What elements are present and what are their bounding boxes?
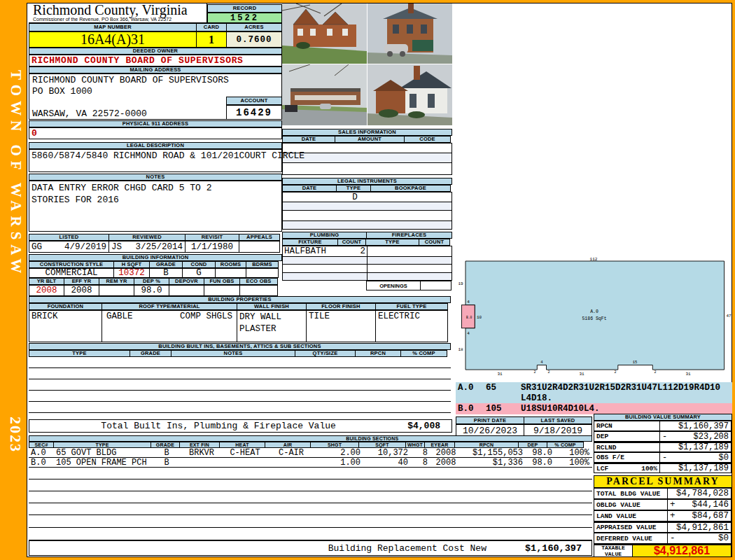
building-information-title: BUILDING INFORMATION [29, 254, 282, 261]
sections-empty-row [29, 503, 592, 515]
property-photo-1 [282, 4, 367, 64]
builtins-qty-header: QTY/SIZE [295, 350, 356, 357]
year-banner: 2023 [4, 416, 24, 500]
psummary-sign: + [670, 511, 676, 521]
review-header-row: LISTED REVIEWED REVISIT APPEALS [29, 234, 280, 241]
cond-value: G [182, 268, 216, 278]
vector-a-text-2: L4D18. [521, 393, 552, 403]
fixture-header: FIXTURE [282, 239, 338, 246]
funobs-header: FUN OBS [204, 278, 240, 285]
vsummary-row-dep: DEP -$23,208 [594, 431, 732, 442]
cell-dep: 98.0 [526, 458, 555, 467]
floor-finish-header: FLOOR FINISH [306, 303, 376, 310]
psummary-label: TOTAL BLDG VALUE [596, 490, 660, 498]
sales-code-header: CODE [404, 136, 451, 143]
instrument-empty-row [283, 221, 451, 229]
construction-style-header: CONSTRUCTION STYLE [29, 261, 114, 268]
building-value-summary-title: BUILDING VALUE SUMMARY [594, 414, 732, 421]
fuel-type-value: ELECTRIC [375, 310, 448, 342]
psummary-value: $0 [718, 533, 729, 543]
cell-sec: B.0 [29, 458, 54, 467]
cell-dep: 98.0 [526, 448, 555, 457]
sections-empty-row [29, 468, 592, 479]
foundation-value: BRICK [29, 310, 102, 342]
town-of-warsaw-banner: TOWN OF WARSAW [4, 70, 24, 406]
section-row-a: A.0 65 GOVT BLDG B BRKVR C-HEAT C-AIR 2.… [29, 448, 592, 458]
sales-date-header: DATE [282, 136, 335, 143]
cell-rpcn: $1,336 [461, 458, 526, 467]
builtins-empty-row [29, 402, 451, 413]
acres-value: 0.7600 [226, 31, 282, 48]
instrument-empty-row [283, 202, 451, 211]
built-ins-title: BUILDING BUILT INS, BASEMENTS, ATTICS & … [29, 343, 451, 350]
vsummary-sign: - [662, 453, 667, 463]
card-header: CARD [196, 23, 227, 31]
vsummary-sign: - [662, 432, 667, 442]
sketch-bottom-dim: 31 [497, 372, 503, 377]
sales-header-row: DATE AMOUNT CODE [282, 136, 451, 143]
account-header: ACCOUNT [226, 97, 282, 105]
psummary-row-deferred: DEFERRED VALUE -$0 [594, 533, 732, 544]
psummary-value: $84,687 [692, 511, 729, 521]
building-info-value-row-1: COMMERCIAL 10372 B G [29, 268, 279, 278]
vsummary-label: LCF [596, 465, 608, 472]
sketch-bottom-dim: 2 [533, 370, 536, 374]
builtins-empty-row [29, 391, 451, 402]
replacement-cost-label: Building Replacement Cost New [328, 543, 486, 554]
openings-label: OPENINGS [366, 281, 421, 290]
psummary-row-obldg: OBLDG VALUE +$44,146 [594, 499, 732, 510]
replacement-cost-row: Building Replacement Cost New $1,160,397 [29, 540, 592, 556]
built-ins-header-row: TYPE GRADE NOTES QTY/SIZE RPCN % COMP [29, 350, 447, 357]
cell-air: C-AIR [268, 448, 314, 457]
sketch-area-label: A.0 [590, 309, 598, 314]
vsummary-row-rclnd: RCLND $1,137,189 [594, 442, 732, 452]
instruments-rows-box: D [282, 192, 452, 230]
vsummary-value: $1,160,397 [678, 421, 729, 431]
sketch-dim-right: 47 [727, 314, 732, 318]
notes-header: NOTES [29, 174, 282, 181]
property-record-card: TOWN OF WARSAW 2023 Richmond County, Vir… [0, 0, 735, 560]
vector-a-code: 65 [486, 383, 521, 393]
sales-empty-row [283, 144, 451, 153]
instrument-type-value: D [337, 192, 372, 202]
effyr-value: 2008 [64, 285, 99, 296]
sketch-porch-bottom-dim: 4 [467, 331, 470, 336]
remyr-value [99, 285, 134, 296]
cell-type: 105 OPEN FRAME PCH [54, 458, 152, 467]
vector-a-sec: A.0 [456, 383, 486, 393]
total-builtins-label: Total Built Ins, Plumbing & Fireplace Va… [101, 421, 335, 431]
revisit-header: REVISIT [185, 234, 239, 241]
reviewed-header: REVIEWED [108, 234, 186, 241]
wall-finish-value-1: DRY WALL [239, 312, 281, 323]
card-content: Richmond County, Virginia Commissioner o… [27, 3, 732, 557]
physical-911-value: 0 [29, 127, 282, 139]
depovr-header: DEPOVR [169, 278, 204, 285]
roof-header: ROOF TYPE/MATERIAL [102, 303, 237, 310]
plumbing-fireplaces-header-row: FIXTURE COUNT TYPE COUNT [282, 239, 450, 246]
fixture-count-value: 2 [350, 246, 365, 256]
builtins-type-header: TYPE [29, 350, 130, 357]
cell-sec: A.0 [29, 448, 54, 457]
psummary-row-taxable: TAXABLE VALUE $4,912,861 [594, 544, 732, 557]
sketch-bottom-dim: 15 [633, 360, 638, 365]
cell-eyear: 2008 [430, 458, 461, 467]
vsummary-row-obs: OBS F/E -$0 [594, 452, 732, 463]
dep-pct-value: 98.0 [134, 285, 169, 296]
notes-line-2: STORIES FOR 2016 [31, 194, 279, 206]
legal-description-value: 5860/5874/5840 RICHMOND ROAD & 101/201CO… [31, 150, 304, 161]
vsummary-value: $1,137,189 [678, 463, 729, 473]
cell-eyear: 2008 [430, 448, 461, 457]
sections-empty-row [29, 515, 592, 528]
psummary-label: OBLDG VALUE [596, 501, 640, 509]
record-header: RECORD [207, 4, 282, 13]
psummary-row-appraised: APPRAISED VALUE $4,912,861 [594, 522, 732, 533]
sketch-bottom-dim: 2 [614, 370, 616, 374]
remyr-header: REM YR [99, 278, 134, 285]
review-value-row: GG 4/9/2019 JS 3/25/2014 1/1/1980 [29, 241, 280, 253]
cond-header: COND [182, 261, 216, 268]
sales-empty-row [283, 153, 451, 163]
parcel-summary-title: PARCEL SUMMARY [594, 475, 732, 488]
listed-date: 4/9/2019 [64, 242, 106, 252]
yrblt-header: YR BLT [29, 278, 64, 285]
cell-sqft: 10,372 [363, 448, 411, 457]
